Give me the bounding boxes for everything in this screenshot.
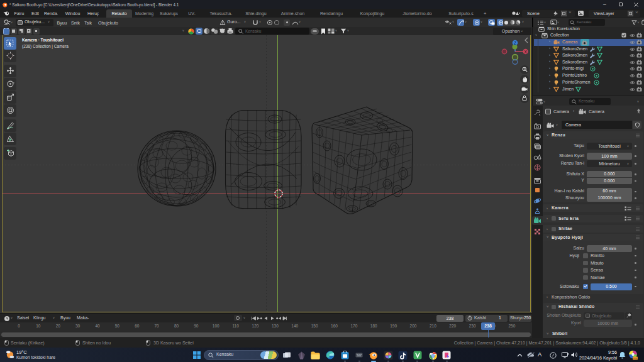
svg-text:X: X (524, 50, 527, 54)
svg-text:PRE: PRE (633, 358, 638, 360)
svg-text:Z: Z (514, 41, 516, 45)
